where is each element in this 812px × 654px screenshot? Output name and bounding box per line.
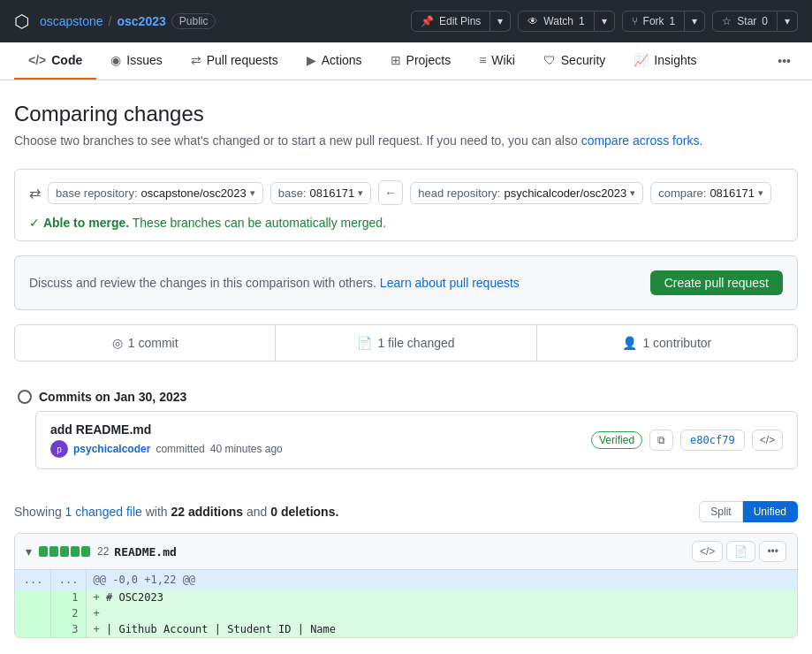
showing-text: Showing 1 changed file with 22 additions…: [14, 505, 338, 519]
commit-graph-dot: [18, 390, 32, 404]
diff-add-row: 2 +: [15, 605, 797, 621]
edit-pins-dropdown[interactable]: ▾: [490, 11, 511, 32]
base-branch-caret-icon: ▾: [358, 187, 363, 199]
base-repo-select[interactable]: base repository: oscapstone/osc2023 ▾: [48, 182, 263, 204]
file-diff-header: ▾ 22 README.md </> 📄 •••: [15, 534, 797, 570]
tab-issues-label: Issues: [126, 53, 162, 67]
watch-button[interactable]: 👁 Watch 1: [518, 11, 594, 32]
tab-projects-label: Projects: [406, 53, 452, 67]
view-toggle: Split Unified: [699, 501, 798, 522]
file-icon: 📄: [357, 336, 372, 350]
merge-status-text: Able to merge.: [43, 216, 129, 230]
code-icon: </>: [28, 53, 46, 67]
repo-name[interactable]: osc2023: [118, 14, 166, 28]
star-dropdown[interactable]: ▾: [778, 11, 798, 32]
merge-status: ✓ Able to merge. These branches can be a…: [29, 212, 783, 230]
star-icon: ☆: [722, 15, 732, 27]
diff-meta-row: ... ... @@ -0,0 +1,22 @@: [15, 570, 797, 589]
pr-banner: Discuss and review the changes in this c…: [14, 255, 798, 310]
contributor-icon: 👤: [622, 336, 637, 350]
star-button[interactable]: ☆ Star 0: [712, 11, 778, 32]
page-title: Comparing changes: [14, 102, 798, 126]
tab-projects[interactable]: ⊞ Projects: [376, 42, 466, 80]
fork-icon: ⑂: [632, 15, 638, 27]
nav-more-button[interactable]: •••: [770, 43, 798, 79]
tab-pull-requests[interactable]: ⇄ Pull requests: [177, 42, 292, 80]
tab-wiki-label: Wiki: [491, 53, 514, 67]
files-stat[interactable]: 📄 1 file changed: [275, 325, 535, 361]
commit-message: add README.md: [50, 422, 283, 437]
actions-icon: ▶: [307, 53, 316, 67]
swap-direction-button[interactable]: ←: [378, 180, 403, 205]
fork-group: ⑂ Fork 1 ▾: [622, 11, 706, 32]
top-header: ⬡ oscapstone / osc2023 Public 📌 Edit Pin…: [0, 0, 812, 42]
commit-item: add README.md p psychicalcoder committed…: [35, 411, 798, 469]
browse-files-button[interactable]: </>: [752, 430, 783, 451]
verified-badge: Verified: [591, 431, 642, 449]
visibility-badge: Public: [171, 13, 216, 29]
compare-icon: ⇄: [29, 185, 41, 202]
base-branch-select[interactable]: base: 0816171 ▾: [270, 182, 371, 204]
tab-insights-label: Insights: [654, 53, 696, 67]
watch-dropdown[interactable]: ▾: [595, 11, 615, 32]
tab-code-label: Code: [51, 53, 82, 67]
watch-group: 👁 Watch 1 ▾: [518, 11, 614, 32]
commit-icon: ◎: [112, 336, 123, 350]
security-icon: 🛡: [543, 53, 556, 67]
head-repo-caret-icon: ▾: [630, 187, 635, 199]
repo-title: oscapstone / osc2023 Public: [40, 13, 216, 29]
main-content: Comparing changes Choose two branches to…: [0, 80, 812, 654]
stats-bar: ◎ 1 commit 📄 1 file changed 👤 1 contribu…: [14, 324, 798, 361]
edit-pins-button[interactable]: 📌 Edit Pins: [411, 11, 490, 32]
file-options-button[interactable]: •••: [759, 541, 786, 562]
tab-code[interactable]: </> Code: [14, 42, 96, 80]
create-pull-request-button[interactable]: Create pull request: [650, 270, 783, 295]
compare-forks-link[interactable]: compare across forks.: [581, 133, 703, 148]
page-description: Choose two branches to see what's change…: [14, 133, 798, 148]
commit-author-link[interactable]: psychicalcoder: [73, 443, 150, 455]
view-file-code-button[interactable]: </>: [692, 541, 723, 562]
tab-pr-label: Pull requests: [207, 53, 278, 67]
file-changes: Showing 1 changed file with 22 additions…: [14, 483, 798, 638]
fork-dropdown[interactable]: ▾: [685, 11, 705, 32]
tab-security-label: Security: [561, 53, 606, 67]
compare-branch-select[interactable]: compare: 0816171 ▾: [650, 182, 771, 204]
tab-actions[interactable]: ▶ Actions: [292, 42, 376, 80]
changed-file-link[interactable]: 1 changed file: [65, 505, 142, 519]
copy-commit-button[interactable]: ⧉: [649, 430, 673, 451]
file-collapse-button[interactable]: ▾: [26, 544, 32, 559]
split-view-button[interactable]: Split: [699, 501, 742, 522]
pin-icon: 📌: [421, 15, 434, 27]
diff-table: ... ... @@ -0,0 +1,22 @@ 1 + # OSC2023 2…: [15, 570, 797, 637]
file-changes-header: Showing 1 changed file with 22 additions…: [14, 498, 798, 526]
nav-tabs: </> Code ◉ Issues ⇄ Pull requests ▶ Acti…: [0, 42, 812, 80]
tab-wiki[interactable]: ≡ Wiki: [465, 42, 529, 80]
unified-view-button[interactable]: Unified: [743, 501, 798, 522]
file-name: README.md: [114, 545, 176, 559]
compare-panel: ⇄ base repository: oscapstone/osc2023 ▾ …: [14, 169, 798, 241]
fork-button[interactable]: ⑂ Fork 1: [622, 11, 686, 32]
insights-icon: 📈: [634, 53, 649, 67]
learn-about-pr-link[interactable]: Learn about pull requests: [380, 276, 520, 290]
tab-security[interactable]: 🛡 Security: [529, 42, 620, 80]
header-actions: 📌 Edit Pins ▾ 👁 Watch 1 ▾ ⑂ Fork 1 ▾ ☆: [411, 11, 798, 32]
tab-insights[interactable]: 📈 Insights: [619, 42, 710, 80]
diff-add-row: 3 + | Github Account | Student ID | Name: [15, 621, 797, 637]
head-repo-select[interactable]: head repository: psychicalcoder/osc2023 …: [410, 182, 643, 204]
wiki-icon: ≡: [479, 53, 486, 67]
star-group: ☆ Star 0 ▾: [712, 11, 798, 32]
commits-section: Commits on Jan 30, 2023 add README.md p …: [14, 376, 798, 469]
repo-owner[interactable]: oscapstone: [40, 14, 103, 28]
github-logo-icon: ⬡: [14, 11, 29, 32]
tab-issues[interactable]: ◉ Issues: [96, 42, 176, 80]
commit-hash-button[interactable]: e80cf79: [680, 430, 745, 451]
avatar: p: [50, 440, 68, 458]
contributors-stat[interactable]: 👤 1 contributor: [536, 325, 797, 361]
commits-stat[interactable]: ◎ 1 commit: [15, 325, 275, 361]
base-repo-caret-icon: ▾: [250, 187, 255, 199]
projects-icon: ⊞: [391, 53, 401, 67]
file-change-count: 22: [97, 545, 109, 558]
file-diff: ▾ 22 README.md </> 📄 •••: [14, 533, 798, 638]
view-file-button[interactable]: 📄: [726, 541, 755, 562]
pr-banner-text: Discuss and review the changes in this c…: [29, 276, 520, 290]
